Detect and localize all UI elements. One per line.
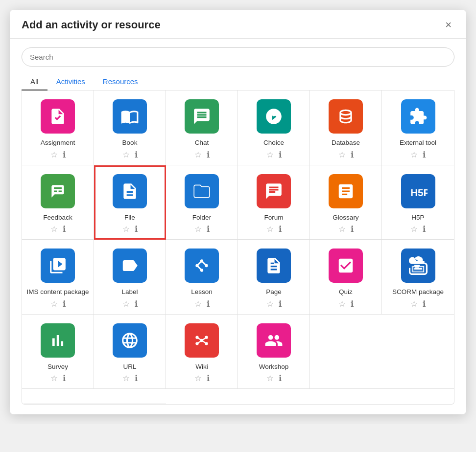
star-button[interactable]: ☆	[410, 225, 418, 233]
item-actions: ☆ ℹ	[194, 151, 210, 159]
item-label: File	[124, 213, 135, 222]
item-label: External tool	[400, 138, 436, 147]
star-button[interactable]: ☆	[194, 225, 202, 233]
external-tool-icon-box[interactable]	[401, 99, 435, 134]
info-button[interactable]: ℹ	[423, 300, 426, 308]
item-actions: ☆ ℹ	[50, 151, 66, 159]
assignment-icon-box[interactable]	[41, 99, 75, 134]
list-item: External tool ☆ ℹ	[382, 90, 454, 165]
star-button[interactable]: ☆	[50, 225, 58, 233]
info-button[interactable]: ℹ	[135, 225, 138, 233]
database-icon-box[interactable]	[329, 99, 363, 134]
page-icon-box[interactable]	[257, 249, 291, 283]
info-button[interactable]: ℹ	[351, 151, 354, 159]
item-label: H5P	[411, 213, 424, 222]
ims-icon-box[interactable]	[41, 249, 75, 283]
item-actions: ☆ ℹ	[410, 225, 426, 233]
star-button[interactable]: ☆	[50, 300, 58, 308]
star-button[interactable]: ☆	[266, 374, 274, 383]
info-button[interactable]: ℹ	[351, 300, 354, 308]
item-actions: ☆ ℹ	[122, 225, 138, 233]
info-button[interactable]: ℹ	[279, 151, 282, 159]
survey-icon-box[interactable]	[41, 323, 75, 358]
item-label: Assignment	[41, 138, 75, 147]
star-button[interactable]: ☆	[338, 225, 346, 233]
item-label: Choice	[263, 138, 284, 147]
star-button[interactable]: ☆	[50, 374, 58, 383]
svg-text:H5P: H5P	[410, 186, 428, 198]
chat-icon-box[interactable]	[185, 99, 219, 134]
info-button[interactable]: ℹ	[423, 151, 426, 159]
info-button[interactable]: ℹ	[279, 300, 282, 308]
item-label: URL	[123, 362, 136, 371]
list-item: Workshop ☆ ℹ	[238, 315, 310, 389]
info-button[interactable]: ℹ	[207, 374, 210, 383]
info-button[interactable]: ℹ	[63, 225, 66, 233]
item-actions: ☆ ℹ	[266, 151, 282, 159]
star-button[interactable]: ☆	[194, 374, 202, 383]
item-actions: ☆ ℹ	[194, 225, 210, 233]
empty-cell	[22, 389, 94, 404]
search-input[interactable]	[22, 47, 454, 67]
star-button[interactable]: ☆	[194, 151, 202, 159]
list-item: Database ☆ ℹ	[310, 90, 382, 165]
info-button[interactable]: ℹ	[63, 151, 66, 159]
star-button[interactable]: ☆	[410, 151, 418, 159]
star-button[interactable]: ☆	[338, 300, 346, 308]
star-button[interactable]: ☆	[194, 300, 202, 308]
info-button[interactable]: ℹ	[423, 225, 426, 233]
info-button[interactable]: ℹ	[351, 225, 354, 233]
star-button[interactable]: ☆	[122, 151, 130, 159]
h5p-icon-box[interactable]: H5P	[401, 174, 435, 208]
item-label: Wiki	[195, 362, 208, 371]
feedback-icon-box[interactable]	[41, 174, 75, 208]
forum-icon-box[interactable]	[257, 174, 291, 208]
file-icon-box[interactable]	[113, 174, 147, 208]
quiz-icon-box[interactable]	[329, 249, 363, 283]
info-button[interactable]: ℹ	[135, 151, 138, 159]
star-button[interactable]: ☆	[122, 300, 130, 308]
info-button[interactable]: ℹ	[63, 374, 66, 383]
folder-icon-box[interactable]	[185, 174, 219, 208]
modal-title: Add an activity or resource	[22, 19, 161, 31]
info-button[interactable]: ℹ	[135, 374, 138, 383]
info-button[interactable]: ℹ	[207, 300, 210, 308]
url-icon-box[interactable]	[113, 323, 147, 358]
label-icon-box[interactable]	[113, 249, 147, 283]
star-button[interactable]: ☆	[266, 225, 274, 233]
star-button[interactable]: ☆	[122, 225, 130, 233]
wiki-icon-box[interactable]	[185, 323, 219, 358]
star-button[interactable]: ☆	[122, 374, 130, 383]
star-button[interactable]: ☆	[50, 151, 58, 159]
book-icon-box[interactable]	[113, 99, 147, 134]
modal-body: All Activities Resources Assignment ☆ ℹ	[10, 39, 466, 414]
star-button[interactable]: ☆	[338, 151, 346, 159]
item-label: Book	[122, 138, 138, 147]
info-button[interactable]: ℹ	[207, 225, 210, 233]
tab-resources[interactable]: Resources	[94, 73, 147, 90]
item-actions: ☆ ℹ	[50, 225, 66, 233]
workshop-icon-box[interactable]	[257, 323, 291, 358]
item-label: Page	[266, 288, 282, 296]
star-button[interactable]: ☆	[266, 300, 274, 308]
list-item: Feedback ☆ ℹ	[22, 165, 94, 240]
list-item: SCORM package ☆ ℹ	[382, 240, 454, 315]
info-button[interactable]: ℹ	[279, 374, 282, 383]
scorm-icon-box[interactable]	[401, 249, 435, 283]
star-button[interactable]: ☆	[410, 300, 418, 308]
glossary-icon-box[interactable]	[329, 174, 363, 208]
tab-all[interactable]: All	[22, 73, 48, 90]
list-item: Survey ☆ ℹ	[22, 315, 94, 389]
info-button[interactable]: ℹ	[207, 151, 210, 159]
choice-icon-box[interactable]	[257, 99, 291, 134]
info-button[interactable]: ℹ	[135, 300, 138, 308]
info-button[interactable]: ℹ	[63, 300, 66, 308]
info-button[interactable]: ℹ	[279, 225, 282, 233]
star-button[interactable]: ☆	[266, 151, 274, 159]
item-actions: ☆ ℹ	[410, 300, 426, 308]
item-label: Database	[332, 138, 360, 147]
close-button[interactable]: ×	[442, 19, 454, 31]
tab-activities[interactable]: Activities	[48, 73, 94, 90]
item-actions: ☆ ℹ	[266, 225, 282, 233]
lesson-icon-box[interactable]	[185, 249, 219, 283]
